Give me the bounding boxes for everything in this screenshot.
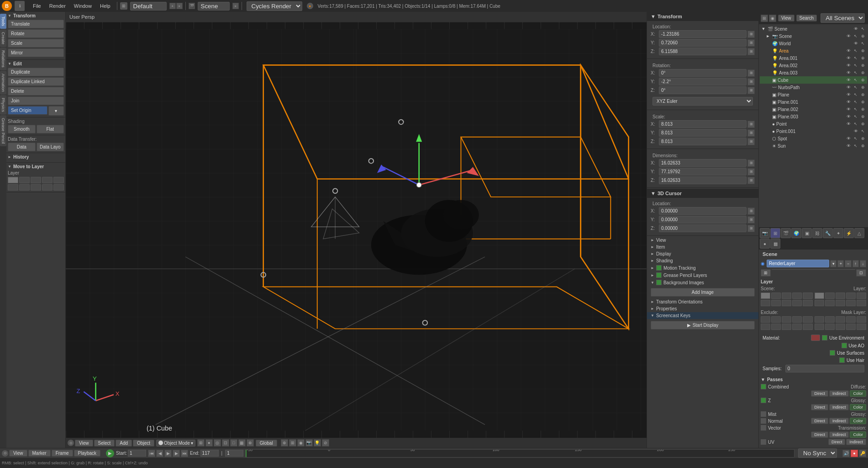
menu-window[interactable]: Window bbox=[70, 2, 95, 10]
viewport-icon-1[interactable]: ⊞ bbox=[197, 439, 205, 447]
timeline-ruler[interactable]: -50 0 50 100 150 200 250 bbox=[245, 449, 794, 457]
move-to-layer-header[interactable]: ▼ Move to Layer bbox=[8, 164, 64, 169]
scene-item-area002[interactable]: 💡 Area.002 👁 ↖ ⊕ bbox=[760, 62, 867, 69]
world-vis-1[interactable]: 👁 bbox=[852, 40, 859, 47]
viewport-canvas[interactable]: X Y Z (1) Cube bbox=[66, 22, 647, 438]
footer-view[interactable]: View bbox=[75, 440, 93, 447]
props-icon-physics[interactable]: ⚡ bbox=[844, 228, 854, 238]
footer-object[interactable]: Object bbox=[133, 440, 154, 447]
timeline-view[interactable]: View bbox=[9, 450, 27, 457]
layer-cell-6[interactable] bbox=[8, 184, 18, 191]
btn-data[interactable]: Data bbox=[8, 143, 36, 151]
dim-x-copy[interactable]: ⊞ bbox=[747, 160, 755, 167]
mask-layer-10[interactable] bbox=[857, 324, 866, 330]
btn-join[interactable]: Join bbox=[8, 96, 64, 105]
screencast-keys-row[interactable]: ▼ Screencast Keys bbox=[647, 312, 758, 319]
layer-cell-9[interactable] bbox=[42, 184, 53, 191]
point-vis-3[interactable]: ⊕ bbox=[860, 121, 866, 127]
browser-icon-1[interactable]: ⊞ bbox=[761, 15, 768, 22]
plane003-vis-1[interactable]: 👁 bbox=[845, 113, 852, 120]
workspace-input[interactable] bbox=[130, 2, 167, 11]
location-z-input[interactable] bbox=[659, 48, 747, 55]
point001-vis-2[interactable]: ↖ bbox=[860, 128, 866, 134]
mask-layer-8[interactable] bbox=[836, 324, 845, 330]
render-layer-input[interactable] bbox=[767, 260, 829, 267]
scene-item-sun[interactable]: ☀ Sun 👁 ↖ ⊕ bbox=[760, 142, 867, 149]
layer-cell-5[interactable] bbox=[53, 177, 64, 183]
rotation-x-input[interactable] bbox=[659, 69, 747, 77]
normal-color-btn[interactable]: Color bbox=[850, 418, 866, 424]
props-icon-particles[interactable]: ✦ bbox=[833, 228, 843, 238]
scene-layer-4[interactable] bbox=[792, 292, 802, 299]
search-btn[interactable]: Search bbox=[796, 15, 817, 21]
keying-btn[interactable]: 🔑 bbox=[859, 450, 866, 457]
start-display-btn[interactable]: ▶ Start Display bbox=[651, 321, 755, 330]
plane003-vis-3[interactable]: ⊕ bbox=[860, 113, 866, 120]
mask-layer-9[interactable] bbox=[846, 324, 856, 330]
scene-input[interactable] bbox=[198, 2, 230, 11]
history-header[interactable]: ► History bbox=[8, 154, 64, 160]
prev-frame-btn[interactable]: ◀ bbox=[156, 450, 163, 457]
end-frame-input[interactable] bbox=[200, 450, 219, 457]
area001-vis-3[interactable]: ⊕ bbox=[860, 55, 866, 61]
scale-x-input[interactable] bbox=[659, 120, 747, 128]
area002-vis-2[interactable]: ↖ bbox=[852, 62, 859, 69]
rl-remove[interactable]: − bbox=[845, 260, 851, 267]
use-hair-checkbox[interactable] bbox=[839, 357, 845, 363]
nurbs-vis-1[interactable]: 👁 bbox=[845, 84, 852, 90]
rl-vis-2[interactable]: ↖ bbox=[852, 33, 859, 39]
timeline-playback[interactable]: Playback bbox=[74, 450, 101, 457]
scene-item-area[interactable]: 💡 Area 👁 ↖ ⊕ bbox=[760, 47, 867, 54]
exc-layer-6[interactable] bbox=[761, 324, 770, 330]
scene-item-renderlayers[interactable]: ► 📷 Scene 👁 ↖ ⊕ bbox=[760, 32, 867, 40]
rotation-x-copy[interactable]: ⊞ bbox=[747, 69, 755, 77]
area-vis-3[interactable]: ⊕ bbox=[860, 48, 866, 54]
play-btn[interactable]: ▶ bbox=[164, 450, 172, 457]
render-engine[interactable]: Cycles Render bbox=[247, 1, 302, 11]
properties-row[interactable]: ► Properties bbox=[647, 305, 758, 312]
cursor-z-input[interactable] bbox=[659, 224, 747, 232]
area-vis-1[interactable]: 👁 bbox=[845, 48, 852, 54]
viewport-icon-2[interactable]: ● bbox=[205, 439, 213, 447]
area001-vis-1[interactable]: 👁 bbox=[845, 55, 852, 61]
rl-layer-6[interactable] bbox=[815, 300, 824, 306]
plane-vis-2[interactable]: ↖ bbox=[852, 91, 859, 98]
use-env-checkbox[interactable] bbox=[822, 335, 827, 340]
plane-vis-3[interactable]: ⊕ bbox=[860, 91, 866, 98]
scene-item-spot[interactable]: ⬡ Spot 👁 ↖ ⊕ bbox=[760, 135, 867, 142]
display-section-row[interactable]: ► Display bbox=[647, 250, 758, 257]
rl-layer-4[interactable] bbox=[846, 292, 856, 299]
scene-layer-10[interactable] bbox=[803, 300, 812, 306]
viewport-icon-6[interactable]: ▦ bbox=[238, 439, 246, 447]
nurbs-vis-2[interactable]: ↖ bbox=[852, 84, 859, 90]
exc-layer-5[interactable] bbox=[803, 316, 812, 323]
scene-item-plane001[interactable]: ▣ Plane.001 👁 ↖ ⊕ bbox=[760, 98, 867, 106]
vector-checkbox[interactable] bbox=[761, 425, 766, 431]
scene-item-point001[interactable]: ● Point.001 👁 ↖ bbox=[760, 128, 867, 135]
shading-section-row[interactable]: ► Shading bbox=[647, 257, 758, 264]
footer-extra-5[interactable]: 💡 bbox=[314, 439, 321, 447]
object-mode-selector[interactable]: Object Mode ▾ bbox=[156, 440, 195, 447]
plane002-vis-1[interactable]: 👁 bbox=[845, 106, 852, 112]
exc-layer-9[interactable] bbox=[792, 324, 802, 330]
scene-item-area001[interactable]: 💡 Area.001 👁 ↖ ⊕ bbox=[760, 54, 867, 62]
cube-vis-1[interactable]: 👁 bbox=[845, 77, 852, 83]
sun-vis-3[interactable]: ⊕ bbox=[860, 143, 866, 149]
plane-vis-1[interactable]: 👁 bbox=[845, 91, 852, 98]
rotation-y-copy[interactable]: ⊞ bbox=[747, 78, 755, 85]
rl-layer-1[interactable] bbox=[815, 292, 824, 299]
transform-orientations-row[interactable]: ► Transform Orientations bbox=[647, 298, 758, 305]
vis-eye[interactable]: 👁 bbox=[852, 26, 859, 32]
grease-pencil-row[interactable]: ► Grease Pencil Layers bbox=[647, 271, 758, 279]
z-checkbox[interactable] bbox=[761, 398, 766, 403]
cube-vis-3[interactable]: ⊕ bbox=[860, 77, 866, 83]
props-icon-object[interactable]: ▣ bbox=[802, 228, 812, 238]
trans-color-btn[interactable]: Color bbox=[850, 431, 866, 438]
motion-tracking-checkbox[interactable] bbox=[656, 265, 662, 271]
props-icon-data[interactable]: △ bbox=[854, 228, 864, 238]
rec-btn[interactable]: ● bbox=[851, 450, 858, 457]
viewport-icon-7[interactable]: ⊕ bbox=[247, 439, 254, 447]
scene-view-select[interactable]: All Scenes bbox=[821, 13, 865, 23]
mask-layer-4[interactable] bbox=[846, 316, 856, 323]
rotation-z-copy[interactable]: ⊞ bbox=[747, 87, 755, 94]
